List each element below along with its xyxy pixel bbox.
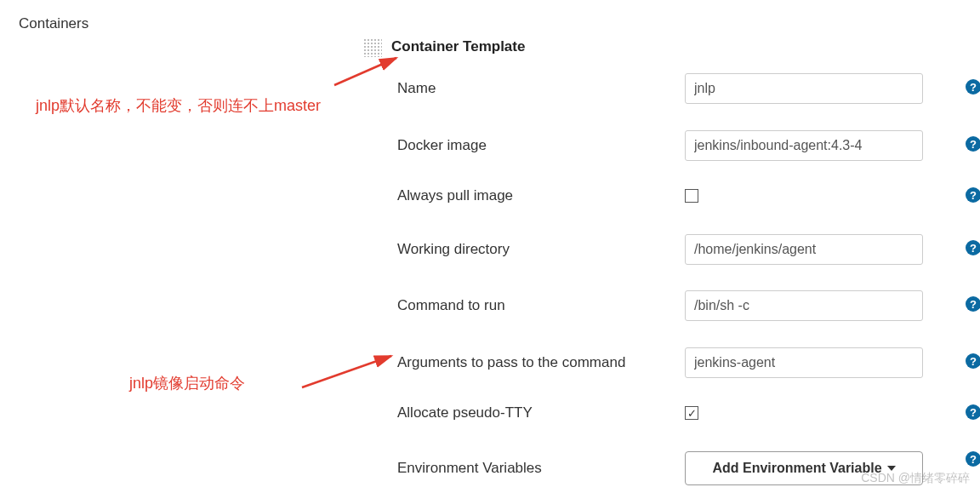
annotation-args-note: jnlp镜像启动命令 bbox=[129, 373, 245, 393]
name-label: Name bbox=[397, 80, 685, 97]
docker-image-label: Docker image bbox=[397, 137, 685, 154]
help-icon[interactable]: ? bbox=[966, 79, 980, 95]
add-env-var-label: Add Environment Variable bbox=[712, 461, 881, 476]
help-icon[interactable]: ? bbox=[966, 136, 980, 152]
allocate-tty-checkbox[interactable]: ✓ bbox=[685, 406, 698, 420]
working-dir-input[interactable] bbox=[685, 234, 923, 265]
help-icon[interactable]: ? bbox=[966, 187, 980, 203]
always-pull-checkbox[interactable] bbox=[685, 189, 698, 203]
section-title: Containers bbox=[19, 15, 88, 32]
help-icon[interactable]: ? bbox=[966, 353, 980, 369]
name-input[interactable] bbox=[685, 73, 923, 104]
always-pull-label: Always pull image bbox=[397, 187, 685, 204]
annotation-arrow-icon bbox=[330, 51, 407, 89]
command-label: Command to run bbox=[397, 297, 685, 314]
arguments-label: Arguments to pass to the command bbox=[397, 354, 685, 371]
help-icon[interactable]: ? bbox=[966, 240, 980, 255]
docker-image-input[interactable] bbox=[685, 130, 923, 161]
svg-line-0 bbox=[334, 58, 396, 85]
help-icon[interactable]: ? bbox=[966, 296, 980, 312]
container-template-title: Container Template bbox=[391, 38, 525, 55]
annotation-arrow-icon bbox=[298, 349, 400, 392]
working-dir-label: Working directory bbox=[397, 241, 685, 258]
help-icon[interactable]: ? bbox=[966, 451, 980, 467]
help-icon[interactable]: ? bbox=[966, 404, 980, 420]
allocate-tty-label: Allocate pseudo-TTY bbox=[397, 404, 685, 421]
command-input[interactable] bbox=[685, 290, 923, 321]
env-vars-label: Environment Variables bbox=[397, 460, 685, 477]
watermark: CSDN @情绪零碎碎 bbox=[861, 471, 970, 486]
annotation-name-note: jnlp默认名称，不能变，否则连不上master bbox=[36, 95, 321, 116]
svg-line-1 bbox=[302, 356, 391, 387]
arguments-input[interactable] bbox=[685, 347, 923, 378]
